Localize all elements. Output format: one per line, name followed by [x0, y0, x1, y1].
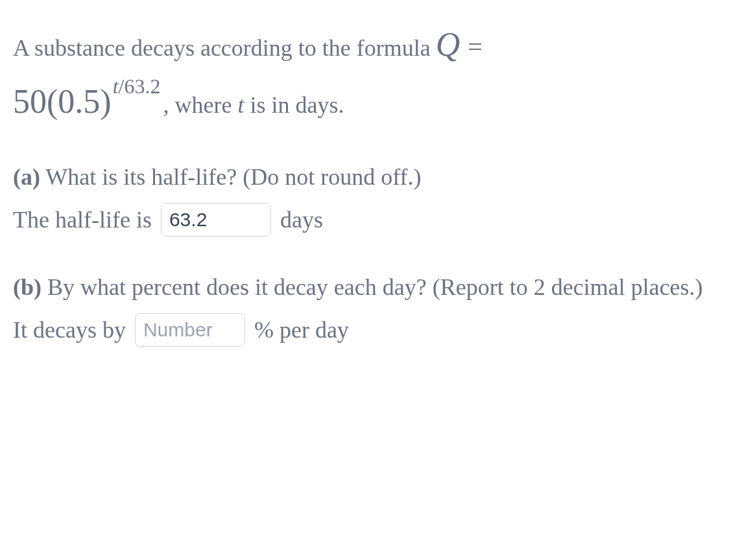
part-a-answer-suffix: days [280, 202, 323, 237]
half-life-input[interactable] [161, 203, 271, 237]
part-a: (a) What is its half-life? (Do not round… [13, 159, 716, 237]
formula-base: 50(0.5) [13, 76, 112, 127]
part-b: (b) By what percent does it decay each d… [13, 270, 716, 347]
formula-equals: = [468, 28, 483, 67]
formula-variable-q: Q [436, 19, 460, 70]
intro-text: A substance decays according to the form… [13, 30, 431, 65]
part-a-answer-prefix: The half-life is [13, 202, 152, 237]
after-formula-1: , where [163, 92, 237, 118]
formula-line-2: 50(0.5)t/63.2 , where t is in days. [13, 76, 716, 127]
formula-exponent-divisor: /63.2 [119, 75, 161, 98]
after-formula-text: , where t is in days. [163, 88, 344, 122]
part-a-answer-line: The half-life is days [13, 202, 716, 237]
problem-statement: A substance decays according to the form… [13, 19, 716, 127]
variable-t: t [237, 92, 244, 118]
decay-percent-input[interactable] [135, 313, 245, 347]
formula-exponent: t/63.2 [113, 71, 161, 102]
part-b-label: (b) [13, 274, 42, 300]
formula-line-1: A substance decays according to the form… [13, 19, 716, 70]
after-formula-2: is in days. [244, 92, 344, 118]
part-b-answer-line: It decays by % per day [13, 312, 716, 347]
part-b-answer-prefix: It decays by [13, 312, 126, 347]
part-a-question: (a) What is its half-life? (Do not round… [13, 159, 716, 194]
formula-exponent-t: t [113, 75, 119, 98]
part-b-question-text: By what percent does it decay each day? … [42, 274, 703, 300]
part-a-label: (a) [13, 164, 40, 190]
part-b-answer-suffix: % per day [254, 312, 349, 347]
part-b-question: (b) By what percent does it decay each d… [13, 270, 716, 305]
part-a-question-text: What is its half-life? (Do not round off… [40, 164, 422, 190]
